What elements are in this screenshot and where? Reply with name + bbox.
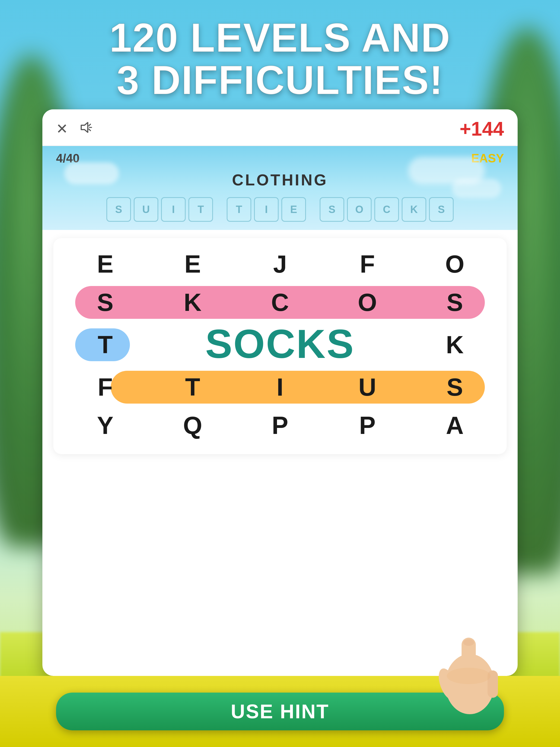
cell-4-4: A — [437, 408, 473, 443]
hand-pointer — [434, 621, 505, 725]
sky-area: 4/40 EASY CLOTHING S U I T T I E S O C K… — [42, 146, 518, 230]
cell-1-1: K — [175, 285, 210, 320]
hand-icon — [434, 621, 505, 725]
answer-tile: T — [227, 197, 251, 222]
answer-tile: O — [347, 197, 372, 222]
grid-row-5: Y Q P P A — [61, 408, 499, 443]
answer-tile: I — [254, 197, 279, 222]
socks-word-overlay: SOCKS — [61, 321, 499, 367]
grid-row-1: E E J F O — [61, 247, 499, 282]
cell-3-4: S — [437, 369, 473, 405]
cell-3-0: F — [87, 369, 123, 405]
cell-1-0: S — [87, 285, 123, 320]
svg-line-3 — [89, 129, 91, 131]
cell-0-1: E — [175, 247, 210, 282]
header-title: 120 LEVELS AND 3 DIFFICULTIES! — [0, 17, 560, 101]
cell-3-3: U — [350, 369, 385, 405]
grid-row-4: F T I U S — [61, 369, 499, 405]
cell-1-4: S — [437, 285, 473, 320]
answer-tile: S — [429, 197, 454, 222]
cell-4-2: P — [262, 408, 298, 443]
cell-4-1: Q — [175, 408, 210, 443]
answer-tile: T — [188, 197, 213, 222]
answer-tile: C — [374, 197, 399, 222]
answer-tile: K — [402, 197, 426, 222]
top-bar: ✕ +144 — [42, 109, 518, 146]
cell-0-0: E — [87, 247, 123, 282]
answer-tile-space — [216, 197, 224, 222]
answer-tile: S — [106, 197, 131, 222]
header-section: 120 LEVELS AND 3 DIFFICULTIES! — [0, 17, 560, 101]
cell-1-2: C — [262, 285, 298, 320]
answer-tile-space — [309, 197, 317, 222]
answer-tile: I — [161, 197, 186, 222]
grid-row-3: SOCKS T K — [61, 323, 499, 367]
answer-tiles: S U I T T I E S O C K S — [56, 197, 504, 222]
cloud-3 — [452, 179, 501, 198]
svg-point-6 — [463, 639, 474, 646]
orange-highlight — [111, 371, 485, 404]
grid-row-2: S K C O S — [61, 285, 499, 320]
cell-3-2: I — [262, 369, 298, 405]
cell-1-3: O — [350, 285, 385, 320]
cloud-1 — [64, 162, 119, 184]
answer-tile: E — [281, 197, 306, 222]
cell-0-3: F — [350, 247, 385, 282]
grid-area: E E J F O S K C O S SOCKS T — [42, 230, 518, 465]
top-bar-left: ✕ — [56, 120, 93, 137]
cell-4-3: P — [350, 408, 385, 443]
answer-tile: S — [320, 197, 344, 222]
cell-0-2: J — [262, 247, 298, 282]
close-button[interactable]: ✕ — [56, 122, 68, 136]
score-display: +144 — [460, 118, 504, 140]
game-window: ✕ +144 4/40 EASY CLOTHING — [42, 109, 518, 676]
answer-tile: U — [134, 197, 158, 222]
cell-4-0: Y — [87, 408, 123, 443]
svg-point-10 — [447, 668, 490, 684]
cell-3-1: T — [175, 369, 210, 405]
svg-marker-0 — [81, 123, 88, 132]
cell-0-4: O — [437, 247, 473, 282]
letter-grid: E E J F O S K C O S SOCKS T — [53, 238, 507, 454]
svg-line-1 — [89, 124, 91, 126]
sound-button[interactable] — [79, 120, 93, 137]
